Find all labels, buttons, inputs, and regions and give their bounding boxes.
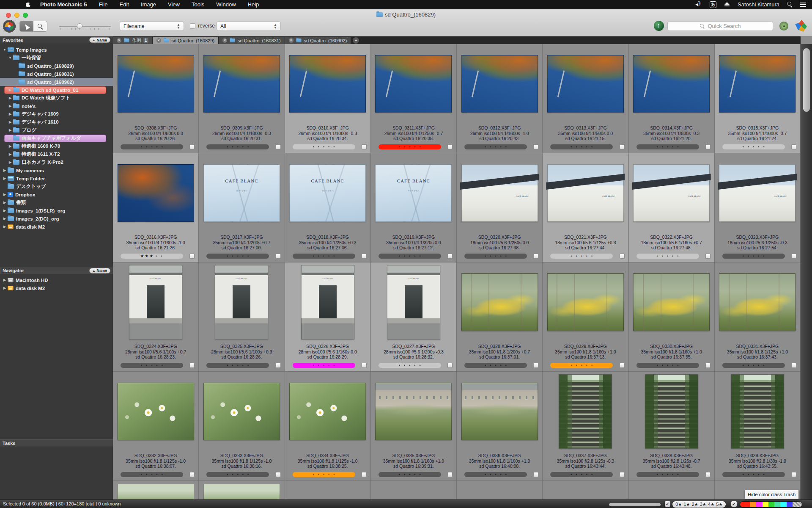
thumbnail-cell-SDQ_0327[interactable]: CAFÉ BLANCSDQ_0327.X3F+JPG28mm iso100 f/… <box>371 262 457 372</box>
thumbnail-image[interactable]: CAFÉ BLANC <box>129 265 182 340</box>
color-class-rating-bar[interactable]: ••••• <box>550 363 613 368</box>
thumbnail-cell-partial-3[interactable] <box>371 481 457 500</box>
spotlight-search-icon[interactable] <box>787 2 793 7</box>
color-class-rating-bar[interactable]: ••••• <box>722 254 785 259</box>
disclosure-arrow[interactable]: ▶ <box>8 136 12 140</box>
color-class-rating-bar[interactable]: ••••• <box>550 254 613 259</box>
color-swatch-5[interactable] <box>774 502 780 507</box>
navigator-item-0[interactable]: ▶Macintosh HD <box>0 276 113 284</box>
rating-filter-2[interactable]: 2★ <box>692 502 698 507</box>
apple-menu-icon[interactable] <box>25 2 31 7</box>
menu-item-image[interactable]: Image <box>141 1 156 8</box>
disclosure-arrow[interactable]: ▶ <box>8 88 12 92</box>
disclosure-arrow[interactable]: ▶ <box>3 209 7 213</box>
tag-checkbox[interactable] <box>189 144 195 149</box>
tag-checkbox[interactable] <box>705 363 710 368</box>
color-swatch-trash[interactable] <box>793 502 802 507</box>
user-name-menu[interactable]: Satoshi Kitamura <box>738 1 779 8</box>
tag-checkbox[interactable] <box>620 363 625 368</box>
thumbnail-cell-SDQ_0324[interactable]: CAFÉ BLANCSDQ_0324.X3F+JPG28mm iso100 f/… <box>113 262 199 372</box>
tag-checkbox[interactable] <box>791 144 796 149</box>
color-class-rating-bar[interactable]: ••••• <box>722 144 785 149</box>
thumbnail-cell-SDQ_0326[interactable]: CAFÉ BLANCSDQ_0326.X3F+JPG28mm iso100 f/… <box>285 262 371 372</box>
color-class-rating-bar[interactable]: ••••• <box>206 363 269 368</box>
disclosure-arrow[interactable]: ▶ <box>8 144 12 148</box>
volume-icon[interactable] <box>695 2 702 7</box>
reverse-checkbox[interactable] <box>190 23 195 29</box>
thumbnail-cell-SDQ_0313[interactable]: SDQ_0313.X3F+JPG35mm iso100 f/4 1/500s 0… <box>543 44 628 153</box>
sidebar-item-3[interactable]: sd Quattro_(160831) <box>0 70 113 78</box>
color-class-rating-bar[interactable]: ••••• <box>722 363 785 368</box>
thumbnail-cell-partial-5[interactable] <box>543 481 628 500</box>
color-class-rating-bar[interactable]: ••••• <box>379 363 441 368</box>
thumbnail-cell-SDQ_0308[interactable]: SDQ_0308.X3F+JPG26mm iso100 f/4 1/800s 0… <box>113 44 199 153</box>
sidebar-item-10[interactable]: ▶ブログ <box>0 126 113 134</box>
color-class-rating-bar[interactable]: ••••• <box>550 144 613 149</box>
thumbnail-image[interactable] <box>461 55 538 113</box>
color-class-rating-bar[interactable]: ••••• <box>206 144 269 149</box>
tag-checkbox[interactable] <box>791 472 796 477</box>
thumbnail-image[interactable] <box>375 383 452 440</box>
rating-filter-0[interactable]: 0★ <box>675 502 682 507</box>
tag-checkbox[interactable] <box>189 254 195 259</box>
disclosure-arrow[interactable]: ▶ <box>8 160 12 164</box>
color-class-rating-bar[interactable]: ••••• <box>293 254 355 259</box>
disclosure-arrow[interactable]: ▶ <box>8 112 12 116</box>
color-class-rating-bar[interactable]: ••••• <box>206 472 269 477</box>
tag-checkbox[interactable] <box>791 254 796 259</box>
color-class-rating-bar[interactable]: ••••• <box>379 472 441 477</box>
tag-checkbox[interactable] <box>447 254 453 259</box>
sidebar-item-22[interactable]: ▶data disk M2 <box>0 223 113 231</box>
disclosure-arrow[interactable]: ▶ <box>3 201 7 204</box>
tag-checkbox[interactable] <box>276 363 281 368</box>
tag-checkbox[interactable] <box>189 472 195 477</box>
thumbnail-image[interactable] <box>118 383 194 440</box>
menu-item-view[interactable]: View <box>168 1 180 8</box>
disclosure-arrow[interactable]: ▶ <box>8 104 12 108</box>
thumbnail-cell-SDQ_0337[interactable]: SDQ_0337.X3F+JPG35mm iso100 f/2.8 1/25s … <box>543 372 628 481</box>
menu-item-help[interactable]: Help <box>248 1 259 8</box>
tag-checkbox[interactable] <box>533 254 538 259</box>
thumbnail-cell-SDQ_0328[interactable]: SDQ_0328.X3F+JPG35mm iso100 f/1.8 1/200s… <box>457 262 543 372</box>
sidebar-item-15[interactable]: ▶My cameras <box>0 166 113 174</box>
color-swatch-6[interactable] <box>780 502 786 507</box>
color-class-rating-bar[interactable]: ••••• <box>121 363 183 368</box>
thumbnail-image[interactable] <box>203 55 280 113</box>
tag-checkbox[interactable] <box>189 363 195 368</box>
disclosure-arrow[interactable]: ▶ <box>3 225 7 229</box>
sidebar-item-9[interactable]: ▶デジキャパ 1610 <box>0 118 113 126</box>
disclosure-arrow[interactable]: ▶ <box>3 286 7 290</box>
thumbnail-cell-SDQ_0319[interactable]: CAFÉ BLANCカフェブランSDQ_0319.X3F+JPG35mm iso… <box>371 153 457 262</box>
input-source-icon[interactable]: あ <box>710 1 716 8</box>
sidebar-item-7[interactable]: ▶note's <box>0 102 113 110</box>
menu-item-file[interactable]: File <box>99 1 108 8</box>
sidebar-item-20[interactable]: ▶images_1(DSLR)_org <box>0 207 113 215</box>
color-class-filter-checkbox[interactable]: ✓ <box>731 501 737 507</box>
tab-0[interactable]: ✕作例1 <box>113 37 152 44</box>
thumbnail-image[interactable] <box>633 273 710 331</box>
color-class-rating-bar[interactable]: ••••• <box>121 472 183 477</box>
scrollbar-thumb[interactable] <box>803 48 810 112</box>
thumbnail-cell-SDQ_0315[interactable]: SDQ_0315.X3F+JPG35mm iso100 f/4 1/1000s … <box>715 44 801 153</box>
tab-close-icon[interactable]: ✕ <box>222 38 227 43</box>
rating-filter-checkbox[interactable]: ✓ <box>665 501 670 507</box>
thumbnail-cell-SDQ_0309[interactable]: SDQ_0309.X3F+JPG26mm iso100 f/4 1/1000s … <box>199 44 285 153</box>
color-class-rating-bar[interactable]: ••••• <box>121 144 183 149</box>
select-tool-button[interactable] <box>20 21 33 31</box>
color-swatch-2[interactable] <box>756 502 762 507</box>
thumbnail-cell-partial-6[interactable] <box>629 481 715 500</box>
disclosure-arrow[interactable]: ▶ <box>3 168 7 172</box>
color-swatch-7[interactable] <box>787 502 793 507</box>
thumbnail-cell-SDQ_0333[interactable]: SDQ_0333.X3F+JPG35mm iso100 f/1.8 1/125s… <box>199 372 285 481</box>
color-class-rating-bar[interactable]: ••••• <box>464 363 527 368</box>
thumbnail-cell-SDQ_0318[interactable]: CAFÉ BLANCカフェブランSDQ_0318.X3F+JPG35mm iso… <box>285 153 371 262</box>
rating-filter[interactable]: 0★1★2★3★4★5★ <box>672 501 726 508</box>
color-class-filter[interactable] <box>740 501 802 508</box>
tag-checkbox[interactable] <box>362 363 367 368</box>
thumbnail-image[interactable]: CAFÉ BLANCカフェブラン <box>375 164 452 222</box>
color-class-rating-bar[interactable]: ••••• <box>293 363 355 368</box>
thumbnail-image[interactable] <box>289 383 366 440</box>
thumbnail-image[interactable] <box>289 55 366 113</box>
thumbnail-image[interactable] <box>645 374 698 449</box>
thumbnail-cell-SDQ_0310[interactable]: SDQ_0310.X3F+JPG26mm iso100 f/4 1/1000s … <box>285 44 371 153</box>
